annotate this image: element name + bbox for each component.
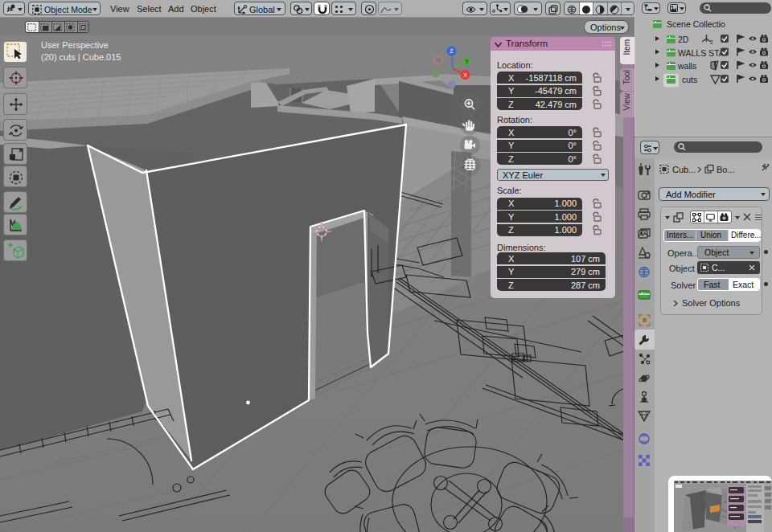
svg-text:2D: 2D <box>678 35 689 44</box>
svg-text:Y: Y <box>465 59 469 64</box>
svg-text:WALLS STA: WALLS STA <box>678 48 725 58</box>
svg-text:Cub...: Cub... <box>672 165 696 174</box>
svg-text:walls: walls <box>677 61 696 71</box>
svg-text:Scene Collectio: Scene Collectio <box>667 19 725 29</box>
svg-text:Z: Z <box>450 48 454 54</box>
svg-text:X: X <box>463 72 467 78</box>
svg-text:cuts: cuts <box>682 75 697 84</box>
svg-text:Bo...: Bo... <box>717 165 735 174</box>
svg-text:2: 2 <box>710 39 713 45</box>
